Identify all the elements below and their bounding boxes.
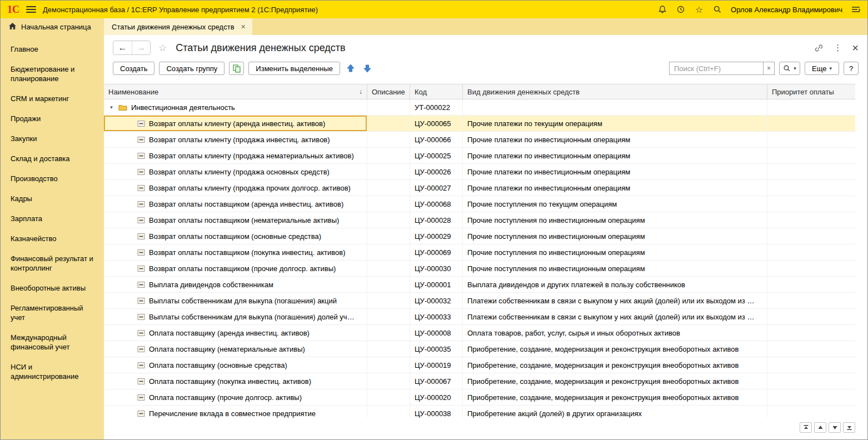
move-up-button[interactable] — [345, 62, 357, 74]
cell-name: Оплата поставщику (аренда инвестиц. акти… — [104, 325, 367, 341]
edit-selected-button[interactable]: Изменить выделенные — [248, 62, 340, 75]
sidebar-item[interactable]: CRM и маркетинг — [1, 89, 104, 109]
current-user[interactable]: Орлов Александр Владимирович — [731, 6, 842, 14]
cell-kind: Прочие платежи по инвестиционным операци… — [463, 132, 767, 147]
cell-description — [367, 277, 410, 292]
cell-name: Возврат оплаты клиенту (аренда инвестиц.… — [104, 116, 367, 131]
row-name: Возврат оплаты клиенту (продажа прочих д… — [149, 184, 351, 192]
sidebar-item[interactable]: Внеоборотные активы — [1, 278, 104, 298]
sidebar-item-label: Зарплата — [11, 214, 94, 223]
table-row[interactable]: Перечисление вклада в совместное предпри… — [104, 406, 855, 418]
row-name: Возврат оплаты клиенту (аренда инвестиц.… — [149, 119, 325, 128]
item-icon — [137, 249, 145, 256]
sidebar-item[interactable]: Бюджетирование и планирование — [1, 59, 104, 89]
more-menu-icon[interactable]: ⋮ — [834, 43, 842, 53]
cell-kind: Платежи собственникам в связи с выкупом … — [463, 309, 767, 324]
notifications-bell-icon[interactable] — [657, 4, 667, 14]
sidebar-item[interactable]: Производство — [1, 169, 104, 189]
column-header-description[interactable]: Описание — [367, 84, 410, 99]
back-button[interactable]: ← — [113, 41, 132, 54]
sidebar-item[interactable]: Финансовый результат и контроллинг — [1, 249, 104, 278]
get-link-icon[interactable] — [814, 43, 824, 53]
search-options-button[interactable]: ▾ — [779, 62, 800, 75]
table-row[interactable]: Возврат оплаты поставщиком (покупка инве… — [104, 244, 855, 261]
favorite-star-icon[interactable]: ☆ — [158, 42, 167, 54]
sidebar-item[interactable]: НСИ и администрирование — [1, 357, 104, 387]
expand-collapse-icon[interactable]: ▼ — [108, 105, 114, 110]
tab-close-icon[interactable]: × — [241, 23, 246, 31]
close-form-icon[interactable]: × — [852, 42, 859, 53]
cell-priority — [767, 293, 855, 308]
table-row[interactable]: Оплата поставщику (аренда инвестиц. акти… — [104, 325, 855, 341]
sidebar-item[interactable]: Главное — [1, 39, 104, 59]
sidebar-item[interactable]: Казначейство — [1, 229, 104, 249]
cell-priority — [767, 309, 855, 324]
search-input[interactable] — [669, 62, 764, 75]
service-menu-icon[interactable] — [851, 4, 861, 14]
forward-button[interactable]: → — [132, 41, 150, 54]
table-row[interactable]: Оплата поставщику (нематериальные активы… — [104, 341, 855, 357]
create-group-button[interactable]: Создать группу — [159, 62, 225, 75]
table-row[interactable]: Оплата поставщику (прочие долгоср. актив… — [104, 389, 855, 406]
table-row[interactable]: Возврат оплаты клиенту (продажа нематери… — [104, 148, 855, 164]
cell-code: ЦУ-000019 — [410, 357, 463, 373]
column-header-kind[interactable]: Вид движения денежных средств — [463, 84, 767, 99]
sidebar-item[interactable]: Продажи — [1, 109, 104, 129]
help-button[interactable]: ? — [844, 62, 859, 75]
tab-bar: Начальная страница Статьи движения денеж… — [1, 18, 867, 35]
table-row[interactable]: Возврат оплаты клиенту (продажа основных… — [104, 164, 855, 180]
sidebar-item[interactable]: Склад и доставка — [1, 149, 104, 169]
table-row[interactable]: Выплата дивидендов собственникам ЦУ-0000… — [104, 277, 855, 293]
hamburger-menu-icon[interactable] — [26, 6, 36, 13]
cell-priority — [767, 132, 855, 147]
more-actions-button[interactable]: Еще ▾ — [805, 62, 839, 75]
sidebar-item[interactable]: Регламентированный учет — [1, 298, 104, 328]
row-name: Возврат оплаты поставщиком (покупка инве… — [149, 248, 345, 257]
history-icon[interactable] — [676, 4, 686, 14]
column-header-priority[interactable]: Приоритет оплаты — [767, 84, 855, 99]
item-icon — [137, 362, 145, 369]
folder-icon — [118, 104, 127, 111]
cell-name: Возврат оплаты клиенту (продажа прочих д… — [104, 180, 367, 196]
table-row[interactable]: Возврат оплаты поставщиком (прочие долго… — [104, 261, 855, 277]
search-clear-icon[interactable]: × — [764, 62, 775, 75]
sidebar-item[interactable]: Международный финансовый учет — [1, 328, 104, 357]
cell-priority — [767, 373, 855, 389]
table-row[interactable]: Выплаты собственникам для выкупа (погаше… — [104, 293, 855, 309]
table-row[interactable]: Возврат оплаты клиенту (аренда инвестиц.… — [104, 116, 855, 132]
cell-priority — [767, 357, 855, 373]
table-row[interactable]: Возврат оплаты клиенту (продажа прочих д… — [104, 180, 855, 196]
tab-home[interactable]: Начальная страница — [1, 18, 104, 35]
table-row[interactable]: Оплата поставщику (основные средства) ЦУ… — [104, 357, 855, 373]
tab-cash-flow-items[interactable]: Статьи движения денежных средств × — [104, 18, 252, 35]
cell-description — [367, 99, 410, 115]
tab-home-label: Начальная страница — [21, 23, 91, 31]
sidebar-item[interactable]: Кадры — [1, 189, 104, 209]
move-row-down-button[interactable] — [829, 422, 841, 433]
table-header: Наименование ↓ Описание Код Вид движения… — [104, 84, 855, 99]
column-header-name[interactable]: Наименование ↓ — [104, 84, 367, 99]
cell-description — [367, 373, 410, 389]
copy-button[interactable] — [229, 62, 244, 75]
cell-description — [367, 196, 410, 212]
table-row[interactable]: Оплата поставщику (покупка инвестиц. акт… — [104, 373, 855, 389]
favorites-star-icon[interactable]: ☆ — [694, 4, 704, 14]
create-button[interactable]: Создать — [113, 62, 154, 75]
sidebar-item[interactable]: Зарплата — [1, 209, 104, 229]
table-row[interactable]: Возврат оплаты поставщиком (нематериальн… — [104, 212, 855, 228]
sidebar-item[interactable]: Закупки — [1, 129, 104, 149]
global-search-icon[interactable] — [712, 4, 722, 14]
table-row[interactable]: Возврат оплаты поставщиком (аренда инвес… — [104, 196, 855, 212]
table-row[interactable]: Выплаты собственникам для выкупа (погаше… — [104, 309, 855, 325]
move-down-button[interactable] — [361, 62, 373, 74]
go-to-top-button[interactable] — [800, 422, 812, 433]
cell-name: Возврат оплаты поставщиком (покупка инве… — [104, 244, 367, 260]
cell-description — [367, 148, 410, 163]
column-header-code[interactable]: Код — [410, 84, 463, 99]
cell-description — [367, 132, 410, 147]
table-row[interactable]: Возврат оплаты поставщиком (основные сре… — [104, 228, 855, 244]
table-row[interactable]: Возврат оплаты клиенту (продажа инвестиц… — [104, 132, 855, 148]
move-row-up-button[interactable] — [814, 422, 826, 433]
go-to-bottom-button[interactable] — [843, 422, 855, 433]
table-row[interactable]: ▼ Инвестиционная деятельность УТ-000022 — [104, 99, 855, 116]
